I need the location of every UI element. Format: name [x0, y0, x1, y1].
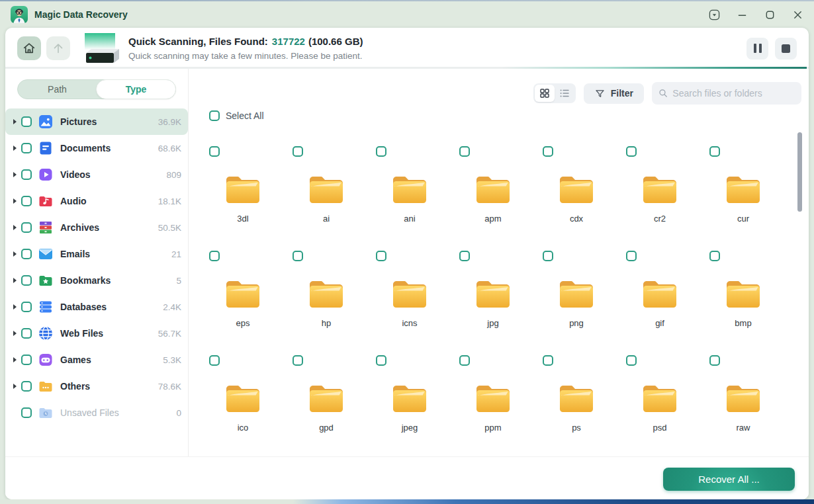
- folder-checkbox[interactable]: [293, 146, 303, 157]
- folder-checkbox[interactable]: [709, 146, 720, 157]
- folder-cell-ps[interactable]: ps: [543, 355, 610, 460]
- expand-caret-icon[interactable]: [13, 384, 17, 389]
- folder-checkbox[interactable]: [209, 251, 220, 261]
- folder-cell-png[interactable]: png: [543, 251, 610, 355]
- folder-checkbox[interactable]: [626, 355, 637, 366]
- category-checkbox[interactable]: [21, 407, 32, 418]
- folder-checkbox[interactable]: [459, 146, 470, 157]
- folder-cell-hp[interactable]: hp: [293, 251, 360, 355]
- category-checkbox[interactable]: [21, 222, 32, 233]
- folder-cell-cdx[interactable]: cdx: [543, 146, 610, 251]
- folder-checkbox[interactable]: [376, 146, 386, 157]
- category-checkbox[interactable]: [21, 275, 32, 286]
- videos-icon: [38, 167, 54, 183]
- folder-cell-ai[interactable]: ai: [293, 146, 360, 251]
- expand-caret-icon[interactable]: [13, 225, 17, 230]
- folder-checkbox[interactable]: [626, 146, 637, 157]
- sidebar-item-archives[interactable]: Archives 50.5K: [5, 214, 188, 241]
- folder-checkbox[interactable]: [543, 355, 553, 366]
- folder-cell-jpg[interactable]: jpg: [459, 251, 527, 355]
- sidebar-item-videos[interactable]: Videos 809: [5, 161, 188, 188]
- category-checkbox[interactable]: [21, 249, 32, 259]
- folder-checkbox[interactable]: [376, 251, 386, 261]
- folder-cell-psd[interactable]: psd: [626, 355, 694, 460]
- sidebar-item-unsaved-files[interactable]: Unsaved Files 0: [5, 399, 188, 426]
- folder-checkbox[interactable]: [376, 355, 386, 366]
- filter-button[interactable]: Filter: [584, 83, 644, 104]
- expand-caret-icon[interactable]: [13, 278, 17, 283]
- category-checkbox[interactable]: [21, 143, 32, 153]
- up-button[interactable]: [46, 36, 70, 60]
- folder-cell-cur[interactable]: cur: [709, 146, 777, 251]
- folder-checkbox[interactable]: [543, 146, 553, 157]
- sidebar-item-games[interactable]: Games 5.3K: [5, 347, 188, 373]
- sidebar-item-documents[interactable]: Documents 68.6K: [5, 135, 188, 161]
- category-checkbox[interactable]: [21, 196, 32, 206]
- category-checkbox[interactable]: [21, 116, 32, 127]
- expand-caret-icon[interactable]: [13, 119, 17, 124]
- scrollbar-thumb[interactable]: [797, 132, 802, 212]
- folder-cell-gpd[interactable]: gpd: [293, 355, 360, 460]
- folder-cell-ani[interactable]: ani: [376, 146, 443, 251]
- folder-checkbox[interactable]: [709, 251, 720, 261]
- folder-cell-gif[interactable]: gif: [626, 251, 694, 355]
- sidebar-item-audio[interactable]: Audio 18.1K: [5, 188, 188, 214]
- folder-cell-jpeg[interactable]: jpeg: [376, 355, 443, 460]
- list-view-button[interactable]: [555, 85, 574, 102]
- folder-checkbox[interactable]: [459, 251, 470, 261]
- expand-caret-icon[interactable]: [13, 198, 17, 204]
- sidebar-item-emails[interactable]: Emails 21: [5, 241, 188, 267]
- expand-caret-icon[interactable]: [13, 172, 17, 177]
- sidebar-item-databases[interactable]: Databases 2.4K: [5, 294, 188, 320]
- boxed-arrow-icon[interactable]: [708, 9, 720, 21]
- sidebar-item-web-files[interactable]: Web Files 56.7K: [5, 320, 188, 347]
- expand-caret-icon[interactable]: [13, 357, 17, 362]
- category-checkbox[interactable]: [21, 328, 32, 339]
- folder-cell-raw[interactable]: raw: [709, 355, 777, 460]
- folder-cell-bmp[interactable]: bmp: [709, 251, 777, 355]
- folder-cell-cr2[interactable]: cr2: [626, 146, 694, 251]
- folder-cell-icns[interactable]: icns: [376, 251, 443, 355]
- grid-view-button[interactable]: [535, 85, 555, 102]
- tab-path[interactable]: Path: [18, 80, 97, 99]
- folder-checkbox[interactable]: [209, 146, 220, 157]
- category-checkbox[interactable]: [21, 381, 32, 392]
- sidebar-item-bookmarks[interactable]: Bookmarks 5: [5, 267, 188, 294]
- sidebar-item-pictures[interactable]: Pictures 36.9K: [5, 108, 188, 135]
- home-button[interactable]: [17, 36, 41, 60]
- scan-status-title: Quick Scanning, Files Found:317722(100.6…: [128, 34, 363, 49]
- folder-cell-3dl[interactable]: 3dl: [209, 146, 277, 251]
- minimize-icon[interactable]: [736, 9, 748, 21]
- folder-checkbox[interactable]: [209, 355, 220, 366]
- expand-caret-icon[interactable]: [13, 146, 17, 151]
- folder-cell-ppm[interactable]: ppm: [459, 355, 527, 460]
- sidebar-item-others[interactable]: Others 78.6K: [5, 373, 188, 399]
- folder-cell-apm[interactable]: apm: [459, 146, 527, 251]
- stop-button[interactable]: [775, 38, 797, 60]
- pause-button[interactable]: [746, 38, 768, 60]
- search-input[interactable]: [672, 88, 795, 99]
- category-checkbox[interactable]: [21, 302, 32, 312]
- tab-type[interactable]: Type: [96, 79, 176, 99]
- expand-caret-icon[interactable]: [13, 331, 17, 336]
- expand-caret-icon[interactable]: [13, 251, 17, 257]
- folder-checkbox[interactable]: [293, 251, 303, 261]
- folder-icon: [224, 279, 261, 310]
- close-icon[interactable]: [791, 9, 803, 21]
- select-all-checkbox[interactable]: [209, 110, 220, 121]
- recover-all-button[interactable]: Recover All ...: [663, 468, 795, 491]
- folder-cell-ico[interactable]: ico: [209, 355, 277, 460]
- category-checkbox[interactable]: [21, 355, 32, 365]
- category-checkbox[interactable]: [21, 169, 32, 180]
- folder-checkbox[interactable]: [626, 251, 637, 261]
- folder-icon: [558, 279, 595, 310]
- folder-cell-eps[interactable]: eps: [209, 251, 277, 355]
- folder-checkbox[interactable]: [459, 355, 470, 366]
- footer: Recover All ...: [5, 456, 809, 499]
- folder-checkbox[interactable]: [543, 251, 553, 261]
- maximize-icon[interactable]: [764, 9, 776, 21]
- expand-caret-icon[interactable]: [13, 304, 17, 310]
- folder-checkbox[interactable]: [293, 355, 303, 366]
- folder-checkbox[interactable]: [709, 355, 720, 366]
- search-box[interactable]: [652, 82, 801, 105]
